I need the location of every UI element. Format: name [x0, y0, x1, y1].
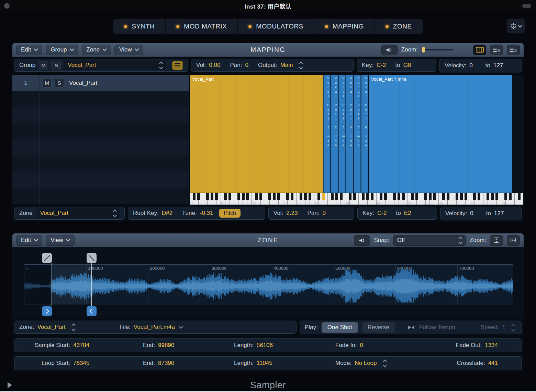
- piano-key-black[interactable]: [197, 193, 200, 200]
- piano-key-black[interactable]: [518, 193, 521, 200]
- piano-key-black[interactable]: [384, 193, 387, 200]
- piano-key-black[interactable]: [228, 193, 231, 200]
- sample-end-line[interactable]: [91, 263, 92, 306]
- piano-key-black[interactable]: [331, 193, 334, 200]
- menu-view[interactable]: View: [114, 45, 143, 55]
- group-vel-low[interactable]: 0: [469, 62, 472, 69]
- zone-region-wide[interactable]: Vocal_Part 7.m4a: [369, 75, 512, 193]
- loop-start-value[interactable]: 76345: [73, 360, 89, 367]
- piano-key-black[interactable]: [487, 193, 489, 200]
- speed-value[interactable]: 1: [502, 324, 505, 331]
- menu-group[interactable]: Group: [46, 45, 78, 55]
- group-list-empty-row[interactable]: [12, 91, 189, 107]
- piano-key-black[interactable]: [286, 193, 289, 200]
- selected-sample-region[interactable]: [52, 265, 91, 304]
- piano-key-black[interactable]: [442, 193, 445, 200]
- piano-key-black[interactable]: [509, 193, 512, 200]
- zone-name-field[interactable]: Vocal_Part: [37, 208, 120, 218]
- zone-strip[interactable]: Vocal_Part 5.m4a: [354, 75, 361, 193]
- zone-key-high[interactable]: E2: [404, 210, 411, 217]
- fade-in-handle[interactable]: [42, 253, 52, 263]
- play-icon[interactable]: [8, 382, 12, 388]
- piano-key-black[interactable]: [291, 193, 293, 200]
- group-row-name[interactable]: Vocal_Part: [69, 80, 97, 87]
- zone-strip[interactable]: Vocal_Part 3.m4a: [338, 75, 346, 193]
- reverse-button[interactable]: Reverse: [362, 322, 395, 333]
- zone-vol-value[interactable]: 2.23: [286, 210, 298, 217]
- piano-key-black[interactable]: [366, 193, 369, 200]
- one-shot-button[interactable]: One Shot: [322, 322, 358, 333]
- piano-key-black[interactable]: [491, 193, 494, 200]
- tab-modulators[interactable]: MODULATORS: [238, 19, 314, 34]
- group-solo-button[interactable]: S: [52, 61, 61, 70]
- piano-key-black[interactable]: [206, 193, 209, 200]
- piano-key-black[interactable]: [193, 193, 196, 200]
- fade-out-handle[interactable]: [87, 253, 97, 263]
- group-name-field[interactable]: Vocal_Part: [64, 60, 166, 70]
- zone-vel-high[interactable]: 127: [494, 210, 504, 217]
- snap-select[interactable]: Off: [393, 235, 466, 246]
- mapping-zoom-slider[interactable]: [422, 49, 453, 50]
- zoom-slider-thumb[interactable]: [422, 47, 425, 53]
- piano-key-black[interactable]: [215, 193, 218, 200]
- sample-start-line[interactable]: [52, 263, 52, 306]
- piano-key-black[interactable]: [317, 193, 320, 200]
- piano-key-root[interactable]: [322, 193, 325, 200]
- loop-length-value[interactable]: 11045: [257, 360, 272, 367]
- piano-key-black[interactable]: [242, 193, 245, 200]
- group-key-low[interactable]: C-2: [377, 62, 386, 69]
- snap-stepper[interactable]: [459, 237, 462, 244]
- zone-key-low[interactable]: C-2: [377, 210, 387, 217]
- follow-tempo-icon[interactable]: [407, 325, 415, 330]
- piano-key-black[interactable]: [447, 193, 449, 200]
- piano-key-black[interactable]: [304, 193, 307, 200]
- group-mute-button[interactable]: M: [39, 61, 48, 70]
- row-solo-button[interactable]: S: [55, 78, 64, 88]
- group-menu-button[interactable]: [172, 61, 183, 70]
- tab-synth[interactable]: SYNTH: [113, 19, 166, 34]
- piano-key-black[interactable]: [349, 193, 351, 200]
- group-list-empty-row[interactable]: [12, 172, 189, 188]
- piano-key-black[interactable]: [433, 193, 436, 200]
- menu-edit[interactable]: Edit: [16, 235, 42, 246]
- piano-key-black[interactable]: [393, 193, 396, 200]
- piano-key-black[interactable]: [424, 193, 427, 200]
- view-group-list-button[interactable]: G: [490, 45, 503, 55]
- sample-length-value[interactable]: 56106: [257, 342, 273, 349]
- zone-name-value[interactable]: Vocal_Part: [37, 324, 65, 331]
- piano-key-black[interactable]: [402, 193, 405, 200]
- zone-pan-value[interactable]: 0: [322, 210, 325, 217]
- audition-speaker-button[interactable]: [354, 235, 370, 246]
- piano-key-black[interactable]: [456, 193, 458, 200]
- piano-key-black[interactable]: [362, 193, 365, 200]
- piano-key-black[interactable]: [495, 193, 498, 200]
- group-list-empty-row[interactable]: [12, 123, 189, 139]
- zone-strip[interactable]: Vocal_Part 2.m4a: [331, 75, 338, 193]
- piano-key-black[interactable]: [211, 193, 213, 200]
- piano-key-black[interactable]: [268, 193, 271, 200]
- sample-end-value[interactable]: 99890: [158, 342, 174, 349]
- piano-key-black[interactable]: [246, 193, 249, 200]
- zone-vel-low[interactable]: 0: [470, 210, 473, 217]
- settings-button[interactable]: [506, 19, 525, 34]
- menu-edit[interactable]: Edit: [16, 45, 42, 55]
- zoom-vertical-button[interactable]: [490, 235, 503, 246]
- group-list-empty-row[interactable]: [12, 155, 189, 172]
- piano-key-black[interactable]: [255, 193, 258, 200]
- sample-end-marker[interactable]: [87, 306, 97, 316]
- menu-zone[interactable]: Zone: [82, 45, 111, 55]
- output-stepper[interactable]: [300, 62, 302, 69]
- group-vel-high[interactable]: 127: [493, 62, 503, 69]
- menu-view[interactable]: View: [46, 235, 75, 246]
- group-list-row[interactable]: 1 M S Vocal_Part: [12, 75, 189, 91]
- zone-strip[interactable]: Vocal_Part 6.m4a: [361, 75, 368, 193]
- piano-key-black[interactable]: [398, 193, 400, 200]
- zone-strip[interactable]: Vocal_Part 1.m4a: [323, 75, 331, 193]
- piano-key-black[interactable]: [224, 193, 227, 200]
- group-name-stepper[interactable]: [160, 62, 163, 69]
- group-list-empty-row[interactable]: [12, 139, 189, 155]
- zone-strip[interactable]: Vocal_Part 4.m4a: [346, 75, 353, 193]
- follow-tempo-label[interactable]: Follow Tempo: [419, 324, 455, 331]
- piano-key-black[interactable]: [415, 193, 418, 200]
- sample-start-value[interactable]: 43784: [73, 342, 89, 349]
